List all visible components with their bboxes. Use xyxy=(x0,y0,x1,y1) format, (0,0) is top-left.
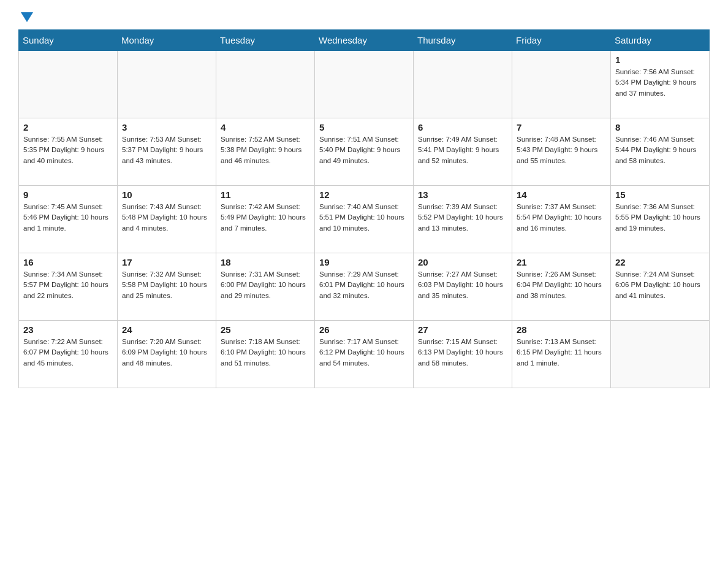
day-number: 19 xyxy=(319,257,409,267)
calendar-cell: 20Sunrise: 7:27 AM Sunset: 6:03 PM Dayli… xyxy=(414,253,512,321)
day-detail: Sunrise: 7:51 AM Sunset: 5:40 PM Dayligh… xyxy=(319,134,409,166)
day-detail: Sunrise: 7:37 AM Sunset: 5:54 PM Dayligh… xyxy=(517,202,606,234)
day-detail: Sunrise: 7:13 AM Sunset: 6:15 PM Dayligh… xyxy=(517,337,606,369)
day-detail: Sunrise: 7:29 AM Sunset: 6:01 PM Dayligh… xyxy=(319,269,409,301)
calendar-cell: 1Sunrise: 7:56 AM Sunset: 5:34 PM Daylig… xyxy=(611,51,710,118)
day-detail: Sunrise: 7:43 AM Sunset: 5:48 PM Dayligh… xyxy=(122,202,211,234)
day-detail: Sunrise: 7:52 AM Sunset: 5:38 PM Dayligh… xyxy=(221,134,310,166)
day-number: 7 xyxy=(517,122,606,132)
logo-triangle-icon xyxy=(21,12,33,22)
day-detail: Sunrise: 7:46 AM Sunset: 5:44 PM Dayligh… xyxy=(615,134,705,166)
calendar-cell: 9Sunrise: 7:45 AM Sunset: 5:46 PM Daylig… xyxy=(19,186,118,253)
day-number: 3 xyxy=(122,122,211,132)
day-detail: Sunrise: 7:22 AM Sunset: 6:07 PM Dayligh… xyxy=(23,337,113,369)
day-detail: Sunrise: 7:26 AM Sunset: 6:04 PM Dayligh… xyxy=(517,269,606,301)
day-detail: Sunrise: 7:36 AM Sunset: 5:55 PM Dayligh… xyxy=(615,202,705,234)
calendar-cell: 15Sunrise: 7:36 AM Sunset: 5:55 PM Dayli… xyxy=(611,186,710,253)
calendar-week-3: 9Sunrise: 7:45 AM Sunset: 5:46 PM Daylig… xyxy=(19,186,710,253)
day-number: 10 xyxy=(122,190,211,200)
day-detail: Sunrise: 7:24 AM Sunset: 6:06 PM Dayligh… xyxy=(615,269,705,301)
calendar-cell: 25Sunrise: 7:18 AM Sunset: 6:10 PM Dayli… xyxy=(216,321,315,388)
calendar-cell: 4Sunrise: 7:52 AM Sunset: 5:38 PM Daylig… xyxy=(216,118,315,186)
weekday-header-saturday: Saturday xyxy=(611,30,710,51)
calendar-cell: 11Sunrise: 7:42 AM Sunset: 5:49 PM Dayli… xyxy=(216,186,315,253)
calendar-cell: 24Sunrise: 7:20 AM Sunset: 6:09 PM Dayli… xyxy=(118,321,216,388)
day-detail: Sunrise: 7:18 AM Sunset: 6:10 PM Dayligh… xyxy=(221,337,310,369)
calendar-cell xyxy=(315,51,414,118)
day-number: 2 xyxy=(23,122,113,132)
weekday-header-thursday: Thursday xyxy=(414,30,512,51)
weekday-header-friday: Friday xyxy=(512,30,611,51)
day-detail: Sunrise: 7:42 AM Sunset: 5:49 PM Dayligh… xyxy=(221,202,310,234)
day-number: 15 xyxy=(615,190,705,200)
calendar-cell: 19Sunrise: 7:29 AM Sunset: 6:01 PM Dayli… xyxy=(315,253,414,321)
calendar-cell: 28Sunrise: 7:13 AM Sunset: 6:15 PM Dayli… xyxy=(512,321,611,388)
day-number: 9 xyxy=(23,190,113,200)
calendar-cell: 6Sunrise: 7:49 AM Sunset: 5:41 PM Daylig… xyxy=(414,118,512,186)
day-number: 21 xyxy=(517,257,606,267)
day-detail: Sunrise: 7:39 AM Sunset: 5:52 PM Dayligh… xyxy=(418,202,507,234)
day-detail: Sunrise: 7:56 AM Sunset: 5:34 PM Dayligh… xyxy=(615,67,705,99)
calendar-cell: 27Sunrise: 7:15 AM Sunset: 6:13 PM Dayli… xyxy=(414,321,512,388)
day-number: 20 xyxy=(418,257,507,267)
day-number: 27 xyxy=(418,324,507,335)
calendar-cell xyxy=(19,51,118,118)
day-detail: Sunrise: 7:48 AM Sunset: 5:43 PM Dayligh… xyxy=(517,134,606,166)
day-detail: Sunrise: 7:55 AM Sunset: 5:35 PM Dayligh… xyxy=(23,134,113,166)
calendar-cell: 13Sunrise: 7:39 AM Sunset: 5:52 PM Dayli… xyxy=(414,186,512,253)
logo xyxy=(18,12,33,23)
day-detail: Sunrise: 7:32 AM Sunset: 5:58 PM Dayligh… xyxy=(122,269,211,301)
day-number: 26 xyxy=(319,324,409,335)
day-detail: Sunrise: 7:40 AM Sunset: 5:51 PM Dayligh… xyxy=(319,202,409,234)
calendar-cell xyxy=(611,321,710,388)
day-detail: Sunrise: 7:27 AM Sunset: 6:03 PM Dayligh… xyxy=(418,269,507,301)
day-number: 22 xyxy=(615,257,705,267)
day-number: 17 xyxy=(122,257,211,267)
day-detail: Sunrise: 7:20 AM Sunset: 6:09 PM Dayligh… xyxy=(122,337,211,369)
day-number: 23 xyxy=(23,324,113,335)
day-number: 25 xyxy=(221,324,310,335)
calendar-cell xyxy=(414,51,512,118)
day-detail: Sunrise: 7:17 AM Sunset: 6:12 PM Dayligh… xyxy=(319,337,409,369)
calendar-week-1: 1Sunrise: 7:56 AM Sunset: 5:34 PM Daylig… xyxy=(19,51,710,118)
page-header xyxy=(18,12,710,23)
weekday-header-sunday: Sunday xyxy=(19,30,118,51)
calendar-cell xyxy=(216,51,315,118)
calendar-cell: 23Sunrise: 7:22 AM Sunset: 6:07 PM Dayli… xyxy=(19,321,118,388)
day-number: 1 xyxy=(615,55,705,65)
calendar-cell: 8Sunrise: 7:46 AM Sunset: 5:44 PM Daylig… xyxy=(611,118,710,186)
day-detail: Sunrise: 7:31 AM Sunset: 6:00 PM Dayligh… xyxy=(221,269,310,301)
day-number: 6 xyxy=(418,122,507,132)
calendar-cell: 10Sunrise: 7:43 AM Sunset: 5:48 PM Dayli… xyxy=(118,186,216,253)
day-number: 4 xyxy=(221,122,310,132)
weekday-header-tuesday: Tuesday xyxy=(216,30,315,51)
day-number: 11 xyxy=(221,190,310,200)
calendar-week-5: 23Sunrise: 7:22 AM Sunset: 6:07 PM Dayli… xyxy=(19,321,710,388)
day-number: 13 xyxy=(418,190,507,200)
calendar-cell: 5Sunrise: 7:51 AM Sunset: 5:40 PM Daylig… xyxy=(315,118,414,186)
day-number: 28 xyxy=(517,324,606,335)
calendar-cell: 18Sunrise: 7:31 AM Sunset: 6:00 PM Dayli… xyxy=(216,253,315,321)
calendar-cell: 12Sunrise: 7:40 AM Sunset: 5:51 PM Dayli… xyxy=(315,186,414,253)
calendar-table: SundayMondayTuesdayWednesdayThursdayFrid… xyxy=(18,29,710,388)
calendar-cell: 22Sunrise: 7:24 AM Sunset: 6:06 PM Dayli… xyxy=(611,253,710,321)
day-detail: Sunrise: 7:49 AM Sunset: 5:41 PM Dayligh… xyxy=(418,134,507,166)
calendar-cell xyxy=(512,51,611,118)
day-detail: Sunrise: 7:34 AM Sunset: 5:57 PM Dayligh… xyxy=(23,269,113,301)
weekday-header-wednesday: Wednesday xyxy=(315,30,414,51)
day-detail: Sunrise: 7:53 AM Sunset: 5:37 PM Dayligh… xyxy=(122,134,211,166)
weekday-header-row: SundayMondayTuesdayWednesdayThursdayFrid… xyxy=(19,30,710,51)
day-number: 5 xyxy=(319,122,409,132)
calendar-cell: 2Sunrise: 7:55 AM Sunset: 5:35 PM Daylig… xyxy=(19,118,118,186)
calendar-cell: 17Sunrise: 7:32 AM Sunset: 5:58 PM Dayli… xyxy=(118,253,216,321)
day-detail: Sunrise: 7:15 AM Sunset: 6:13 PM Dayligh… xyxy=(418,337,507,369)
calendar-week-2: 2Sunrise: 7:55 AM Sunset: 5:35 PM Daylig… xyxy=(19,118,710,186)
day-detail: Sunrise: 7:45 AM Sunset: 5:46 PM Dayligh… xyxy=(23,202,113,234)
calendar-cell xyxy=(118,51,216,118)
day-number: 18 xyxy=(221,257,310,267)
day-number: 16 xyxy=(23,257,113,267)
calendar-cell: 7Sunrise: 7:48 AM Sunset: 5:43 PM Daylig… xyxy=(512,118,611,186)
calendar-cell: 26Sunrise: 7:17 AM Sunset: 6:12 PM Dayli… xyxy=(315,321,414,388)
calendar-cell: 14Sunrise: 7:37 AM Sunset: 5:54 PM Dayli… xyxy=(512,186,611,253)
weekday-header-monday: Monday xyxy=(118,30,216,51)
